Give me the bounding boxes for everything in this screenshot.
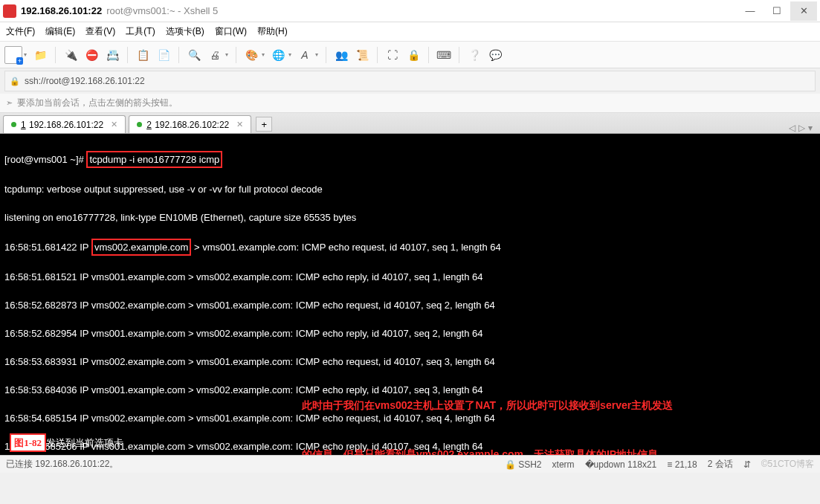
status-sessions: 2 会话 — [708, 458, 733, 471]
paste-button[interactable]: 📄 — [155, 46, 172, 64]
hint-bar: ➣ 要添加当前会话，点击左侧的箭头按钮。 — [0, 94, 820, 113]
chevron-down-icon[interactable]: ▾ — [315, 51, 318, 58]
chevron-down-icon[interactable]: ▾ — [24, 51, 27, 58]
menu-bar: 文件(F) 编辑(E) 查看(V) 工具(T) 选项卡(B) 窗口(W) 帮助(… — [0, 22, 820, 42]
menu-window[interactable]: 窗口(W) — [215, 25, 247, 38]
window-title-path: root@vms001:~ - Xshell 5 — [106, 5, 218, 16]
minimize-button[interactable]: — — [737, 1, 763, 21]
font-button[interactable]: A — [296, 46, 314, 64]
title-bar: 192.168.26.101:22 root@vms001:~ - Xshell… — [0, 0, 820, 22]
keyboard-button[interactable]: ⌨ — [435, 46, 453, 64]
lock-icon: 🔒 — [10, 77, 20, 86]
lock-button[interactable]: 🔒 — [404, 46, 422, 64]
disconnect-button[interactable]: ⛔ — [83, 46, 100, 64]
open-button[interactable]: 📁 — [31, 46, 49, 64]
app-icon — [3, 4, 16, 18]
tab-next-icon[interactable]: ▷ — [798, 123, 805, 133]
chevron-down-icon[interactable]: ▾ — [808, 123, 813, 133]
session-tabs: 1 192.168.26.101:22 ✕ 2 192.168.26.102:2… — [0, 113, 820, 134]
chat-button[interactable]: 💬 — [486, 46, 504, 64]
search-button[interactable]: 🔍 — [185, 46, 203, 64]
highlight-command: tcpdump -i eno16777728 icmp — [86, 151, 222, 168]
status-ssh: 🔒 SSH2 — [505, 459, 542, 470]
chevron-down-icon[interactable]: ▾ — [225, 51, 228, 58]
properties-button[interactable]: 📇 — [103, 46, 121, 64]
status-pos: ≡ 21,18 — [667, 459, 697, 470]
copy-button[interactable]: 📋 — [134, 46, 152, 64]
menu-view[interactable]: 查看(V) — [85, 25, 115, 38]
menu-tools[interactable]: 工具(T) — [126, 25, 155, 38]
arrow-icon[interactable]: ➣ — [6, 98, 13, 108]
lang-button[interactable]: 🌐 — [269, 46, 287, 64]
reconnect-button[interactable]: 🔌 — [62, 46, 80, 64]
watermark: ©51CTO博客 — [761, 458, 814, 471]
tab-session-1[interactable]: 1 192.168.26.101:22 ✕ — [3, 115, 126, 133]
tab-prev-icon[interactable]: ◁ — [789, 123, 795, 133]
menu-help[interactable]: 帮助(H) — [257, 25, 288, 38]
maximize-button[interactable]: ☐ — [763, 1, 790, 21]
chevron-down-icon[interactable]: ▾ — [288, 51, 291, 58]
chevron-down-icon[interactable]: ▾ — [262, 51, 265, 58]
terminal-output[interactable]: [root@vms001 ~]# tcpdump -i eno16777728 … — [0, 134, 820, 455]
hint-text: 要添加当前会话，点击左侧的箭头按钮。 — [17, 97, 178, 109]
help-button[interactable]: ❔ — [465, 46, 483, 64]
status-connection: 已连接 192.168.26.101:22。 — [6, 458, 118, 471]
status-dot-icon — [137, 122, 142, 127]
toolbar: ▾ 📁 🔌 ⛔ 📇 📋 📄 🔍 🖨▾ 🎨▾ 🌐▾ A▾ 👥 📜 ⛶ 🔒 ⌨ ❔ … — [0, 42, 820, 68]
print-button[interactable]: 🖨 — [206, 46, 224, 64]
close-tab-icon[interactable]: ✕ — [236, 120, 243, 129]
menu-tab[interactable]: 选项卡(B) — [166, 25, 204, 38]
color-button[interactable]: 🎨 — [242, 46, 260, 64]
menu-file[interactable]: 文件(F) — [6, 25, 35, 38]
address-bar[interactable]: 🔒 ssh://root@192.168.26.101:22 — [4, 71, 816, 91]
tab-session-2[interactable]: 2 192.168.26.102:22 ✕ — [129, 115, 251, 133]
status-term: xterm — [552, 459, 575, 470]
script-button[interactable]: 📜 — [353, 46, 371, 64]
status-dot-icon — [11, 122, 16, 127]
annotation-note: 此时由于我们在vms002主机上设置了NAT，所以此时可以接收到server主机… — [302, 369, 778, 455]
address-text: ssh://root@192.168.26.101:22 — [25, 76, 145, 86]
close-tab-icon[interactable]: ✕ — [111, 120, 117, 129]
highlight-host: vms002.example.com — [91, 239, 191, 256]
users-button[interactable]: 👥 — [332, 46, 350, 64]
status-bar: 已连接 192.168.26.101:22。 🔒 SSH2 xterm �upd… — [0, 455, 820, 473]
new-session-button[interactable] — [4, 46, 22, 64]
menu-edit[interactable]: 编辑(E) — [45, 25, 75, 38]
chevron-up-down-icon[interactable]: ⇵ — [743, 459, 751, 470]
figure-label: 图1-82发送到当前选项卡 — [4, 419, 123, 452]
fullscreen-button[interactable]: ⛶ — [384, 46, 401, 64]
close-button[interactable]: ✕ — [790, 1, 817, 21]
window-title-host: 192.168.26.101:22 — [21, 5, 102, 16]
status-size: �updown 118x21 — [585, 459, 657, 470]
add-tab-button[interactable]: + — [256, 117, 272, 132]
